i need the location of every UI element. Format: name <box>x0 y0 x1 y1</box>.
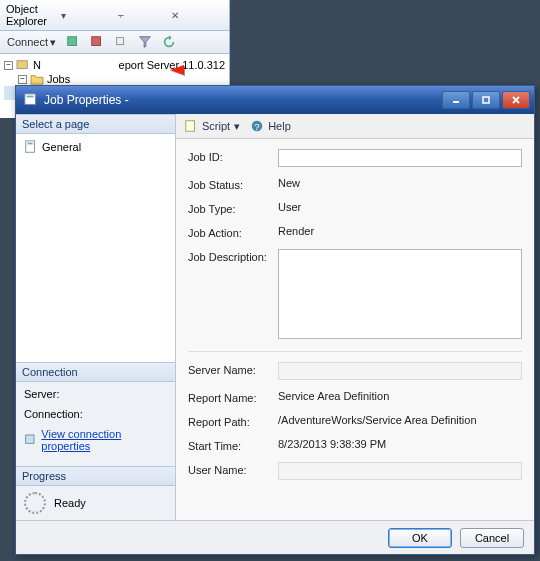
toolbar-icon-disconnect[interactable] <box>87 34 107 50</box>
job-description-label: Job Description: <box>188 249 278 263</box>
job-status-value: New <box>278 177 522 189</box>
connect-button[interactable]: Connect ▾ <box>4 35 59 50</box>
user-name-value <box>278 462 522 480</box>
ok-button[interactable]: OK <box>388 528 452 548</box>
progress-status: Ready <box>54 497 86 509</box>
svg-marker-7 <box>170 65 184 75</box>
dialog-right-pane: Script ▾ ? Help Job ID: Job Status:New J… <box>176 114 534 520</box>
job-action-value: Render <box>278 225 522 237</box>
cancel-button[interactable]: Cancel <box>460 528 524 548</box>
object-explorer-title: Object Explorer <box>6 3 58 27</box>
user-name-label: User Name: <box>188 462 278 476</box>
start-time-value: 8/23/2013 9:38:39 PM <box>278 438 522 450</box>
connection-label: Connection: <box>24 408 167 420</box>
report-path-label: Report Path: <box>188 414 278 428</box>
svg-rect-12 <box>483 97 489 103</box>
minimize-button[interactable] <box>442 91 470 109</box>
job-type-label: Job Type: <box>188 201 278 215</box>
job-action-label: Job Action: <box>188 225 278 239</box>
help-icon: ? <box>250 119 264 133</box>
view-connection-properties-link[interactable]: View connection properties <box>24 428 167 452</box>
right-pane-toolbar: Script ▾ ? Help <box>176 114 534 139</box>
server-icon <box>16 59 30 71</box>
dialog-titlebar[interactable]: Job Properties - <box>16 86 534 114</box>
svg-rect-16 <box>186 121 195 132</box>
pin-icon[interactable]: ⫟ <box>116 10 168 20</box>
server-label: Server: <box>24 388 167 400</box>
script-icon <box>184 119 198 133</box>
job-description-input[interactable] <box>278 249 522 339</box>
svg-text:?: ? <box>254 121 259 132</box>
close-icon[interactable]: ✕ <box>171 10 223 20</box>
svg-rect-14 <box>28 143 33 145</box>
svg-rect-10 <box>27 96 34 98</box>
object-explorer-titlebar: Object Explorer ▾ ⫟ ✕ <box>0 0 229 31</box>
maximize-button[interactable] <box>472 91 500 109</box>
svg-rect-2 <box>117 38 124 45</box>
report-path-value: /AdventureWorks/Service Area Definition <box>278 414 522 426</box>
dialog-left-pane: Select a page General Connection Server:… <box>16 114 176 520</box>
properties-icon <box>24 433 37 447</box>
connection-header: Connection <box>16 362 175 382</box>
dialog-button-bar: OK Cancel <box>16 520 534 554</box>
select-page-header: Select a page <box>16 114 175 134</box>
toolbar-icon-refresh[interactable] <box>159 34 179 50</box>
expander-icon[interactable]: − <box>18 75 27 84</box>
job-id-label: Job ID: <box>188 149 278 163</box>
svg-rect-9 <box>25 94 36 105</box>
server-name-label: Server Name: <box>188 362 278 376</box>
object-explorer-toolbar: Connect ▾ <box>0 31 229 54</box>
progress-header: Progress <box>16 466 175 486</box>
report-name-value: Service Area Definition <box>278 390 522 402</box>
job-properties-dialog: Job Properties - Select a page General C… <box>15 85 535 555</box>
svg-rect-13 <box>26 141 35 152</box>
close-button[interactable] <box>502 91 530 109</box>
folder-icon <box>30 73 44 85</box>
job-id-input[interactable] <box>278 149 522 167</box>
server-name-value <box>278 362 522 380</box>
dialog-icon <box>24 93 38 107</box>
progress-spinner-icon <box>24 492 46 514</box>
job-status-label: Job Status: <box>188 177 278 191</box>
expander-icon[interactable]: − <box>4 61 13 70</box>
page-icon <box>24 140 38 154</box>
svg-rect-3 <box>17 61 27 69</box>
help-button[interactable]: ? Help <box>250 119 291 133</box>
page-general[interactable]: General <box>22 138 169 156</box>
toolbar-icon-filter[interactable] <box>135 34 155 50</box>
report-name-label: Report Name: <box>188 390 278 404</box>
toolbar-icon-stop[interactable] <box>111 34 131 50</box>
start-time-label: Start Time: <box>188 438 278 452</box>
dropdown-icon[interactable]: ▾ <box>61 10 113 20</box>
dialog-title: Job Properties - <box>44 93 440 107</box>
annotation-arrow-icon <box>170 62 240 78</box>
job-type-value: User <box>278 201 522 213</box>
toolbar-icon-db[interactable] <box>63 34 83 50</box>
svg-rect-0 <box>68 37 77 46</box>
script-button[interactable]: Script ▾ <box>184 119 240 133</box>
svg-rect-15 <box>26 435 34 443</box>
svg-rect-1 <box>92 37 101 46</box>
